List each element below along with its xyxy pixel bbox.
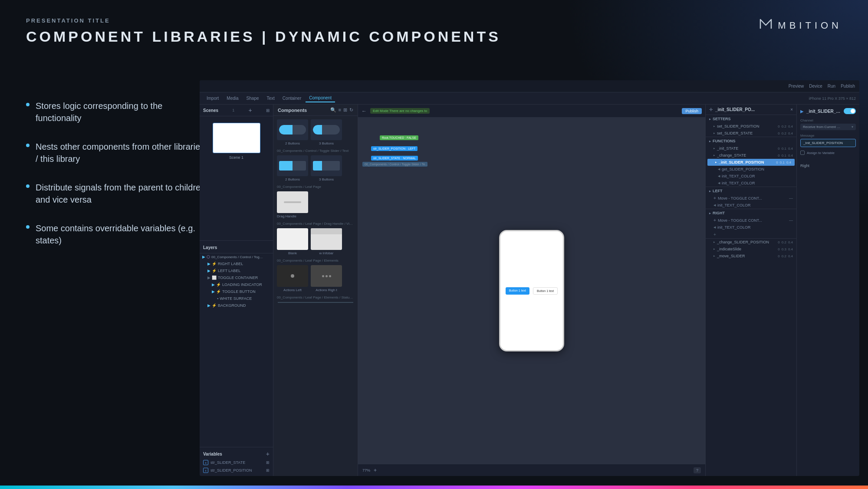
layer-item-white-surface[interactable]: ▪ WHITE SURFACE [200,295,273,302]
zoom-level[interactable]: 77% [362,468,370,473]
layers-panel-title: Layers [203,245,217,250]
more-func-1[interactable]: ▸ _change_SLIDER_POSITION 0 0.2 0.4 [706,239,796,246]
toggle-switch[interactable] [844,108,856,114]
scenes-view-icon[interactable]: ⊞ [266,108,270,113]
right-add-icon[interactable]: + [706,231,796,238]
right-label: Right [800,164,856,168]
toolbar-container[interactable]: Container [279,95,305,102]
add-variable-icon[interactable]: + [266,450,270,457]
grid-view-icon[interactable]: ⊞ [343,107,347,113]
functions-collapse-icon[interactable]: ▸ [709,139,711,143]
logo: MBITION [758,16,842,35]
help-button[interactable]: ? [694,467,701,473]
func-row-1[interactable]: ▸ _init_STATE 0 0.1 0.4 [706,145,796,152]
toolbar-media[interactable]: Media [223,95,242,102]
layer-item-right-label[interactable]: ▶ ⚡ RIGHT LABEL [200,260,273,267]
signal-badge-component: 00_Components / Control / Toggle Slider … [362,162,427,167]
comp-group-1: 2 Buttons 3 Buttons [273,116,358,147]
variables-panel: Variables + x str_SLIDER_STATE ⊞ x [200,447,273,476]
comp-item[interactable]: 3 Buttons [311,155,342,181]
func-row-2[interactable]: ▸ _change_STATE 0 0.1 0.4 [706,152,796,159]
panel-close-icon[interactable]: × [790,107,793,112]
layer-item-left-label[interactable]: ▶ ⚡ LEFT LABEL [200,267,273,274]
func-subrow-2[interactable]: ◀ init_TEXT_COLOR [706,173,796,180]
status-bar-divider [278,302,353,303]
publish-button[interactable]: Publish [682,108,702,114]
scene-thumbnail[interactable] [213,123,260,153]
canvas-back-button[interactable]: ← [362,108,367,114]
canvas-button-row: Button 1 text Button 1 text [506,287,558,295]
bullet-text: Nests other components from other librar… [36,141,208,165]
right-collapse-icon[interactable]: ▸ [709,211,711,215]
func-row-selected[interactable]: ▸ _init_SLIDER_POSITION 0 0.1 0.4 [707,159,795,166]
top-nav-publish[interactable]: Publish [841,84,855,89]
comp-item-infobar[interactable]: w Infobar [311,228,342,255]
comp-item-actions-left[interactable]: Actions Left [277,265,308,292]
layers-list: ▶ ⬡ 00_Components / Control / Toggle Sli… [200,253,273,447]
dropdown-chevron-icon: ▾ [852,125,853,129]
comp-item-blank[interactable]: Blank [277,228,308,255]
setter-row-2[interactable]: ▸ set_SLIDER_STATE 0 0.2 0.4 [706,130,796,137]
canvas-bottom-bar: 77% + ? [358,464,705,476]
layer-item-loading[interactable]: ▶ ⚡ LOADING INDICATOR [200,281,273,288]
add-scene-icon[interactable]: + [249,107,252,114]
bullet-text: Distribute signals from the parent to ch… [36,181,208,206]
left-row-1[interactable]: ✛ Move - TOGGLE CONT... — [706,195,796,202]
plus-icon[interactable]: + [374,467,377,473]
setter-row-1[interactable]: ▸ set_SLIDER_POSITION 0 0.2 0.4 [706,123,796,130]
variable-label-2: str_SLIDER_POSITION [210,468,264,473]
more-func-2[interactable]: ▸ _indicateSlide 0 0.3 0.4 [706,246,796,253]
left-collapse-icon[interactable]: ▸ [709,189,711,193]
toolbar-text[interactable]: Text [263,95,278,102]
more-func-3[interactable]: ▸ _move_SLIDER 0 0.2 0.4 [706,253,796,259]
list-item: Stores logic corresponding to the functi… [26,100,208,124]
toolbar-import[interactable]: Import [203,95,222,102]
top-nav-run[interactable]: Run [828,84,835,89]
assign-checkbox[interactable] [800,151,805,155]
setters-title: SETTERS [713,117,731,121]
layer-item-toggle-container[interactable]: ▶ ⬜ TOGGLE CONTAINER [200,274,273,281]
layer-item-background[interactable]: ▶ ⚡ BACKGROUND [200,302,273,309]
left-row-2[interactable]: ◀ init_TEXT_COLOR [706,202,796,209]
variable-icon-1: ⊞ [266,460,270,465]
search-icon[interactable]: 🔍 [330,107,336,113]
right-row-2[interactable]: ◀ init_TEXT_COLOR [706,224,796,231]
list-view-icon[interactable]: ≡ [339,107,341,113]
layer-item-component[interactable]: ▶ ⬡ 00_Components / Control / Toggle Sli… [200,253,273,260]
expand-icon: ▸ [713,125,715,128]
func-subrow-3[interactable]: ◀ init_TEXT_COLOR [706,180,796,187]
scenes-count: 1 [232,108,234,112]
comp-item[interactable]: 3 Buttons [311,119,342,145]
channel-label: Channel [800,118,856,122]
comp-item[interactable]: 2 Buttons [277,119,308,145]
phone-mockup: Button 1 text Button 1 text [499,230,564,351]
more-functions-section: ▸ _change_SLIDER_POSITION 0 0.2 0.4 ▸ _i… [706,238,796,259]
comp-item[interactable]: 2 Buttons [277,155,308,181]
variable-row-1[interactable]: x str_SLIDER_STATE ⊞ [200,459,273,466]
channel-value[interactable]: Receive from Current Comp ▾ [800,124,856,130]
drag-component-icon: ✛ [709,107,713,112]
right-section-title: RIGHT [713,211,725,215]
func-subrow-1[interactable]: ◀ get_SLIDER_POSITION [706,166,796,173]
signal-badge-position: str_SLIDER_POSITION : LEFT [371,144,418,151]
bullet-text: Stores logic corresponding to the functi… [36,100,208,124]
canvas-content: Root.TOUCHED : FALSE str_SLIDER_POSITION… [358,118,705,464]
toolbar-component[interactable]: Component [306,94,335,102]
signal-badge-state: str_SLIDER_STATE : NORMAL [371,153,418,161]
layer-item-toggle-button[interactable]: ▶ ⚡ TOGGLE BUTTON [200,288,273,295]
refresh-icon[interactable]: ↻ [349,107,353,113]
scenes-panel: Scenes 1 + ⊞ Scene 1 Layers ▶ ⬡ [200,105,273,476]
comp-item-actions-right[interactable]: Actions Righ t [311,265,342,292]
canvas-btn-white[interactable]: Button 1 text [533,287,558,295]
setters-collapse-icon[interactable]: ▸ [709,117,711,121]
list-item: Nests other components from other librar… [26,141,208,165]
toolbar-shape[interactable]: Shape [243,95,263,102]
top-nav-device[interactable]: Device [809,84,822,89]
top-nav-preview[interactable]: Preview [789,84,804,89]
comp-group-label: 00_Components / Control / Toggle Slider … [273,147,358,154]
right-row-1[interactable]: ✛ Move - TOGGLE CONT... — [706,217,796,224]
scenes-panel-title: Scenes [203,108,218,113]
variable-row-2[interactable]: x str_SLIDER_POSITION ⊞ [200,466,273,474]
canvas-btn-blue[interactable]: Button 1 text [506,287,529,295]
comp-item-drag[interactable]: Drag Handle [277,191,354,218]
